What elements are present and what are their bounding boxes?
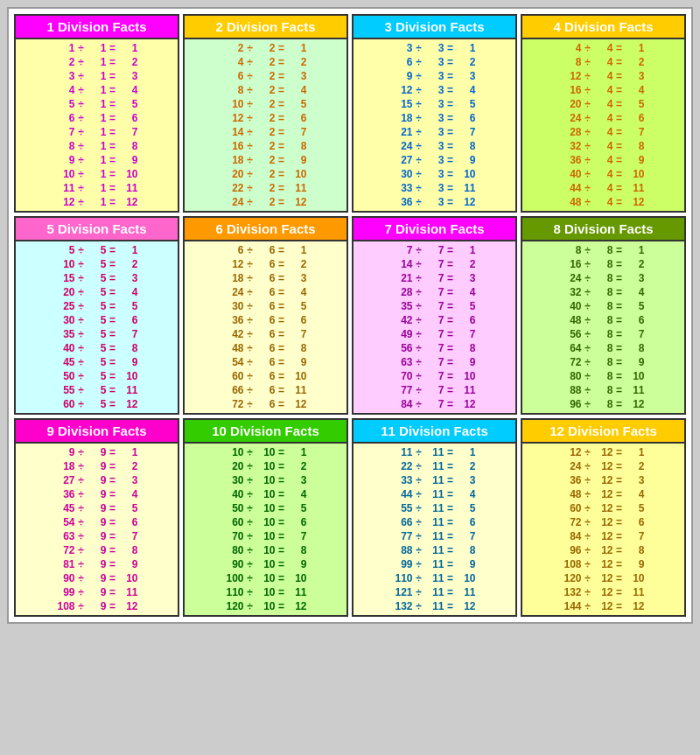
division-sign: ÷ xyxy=(413,398,425,410)
equals-sign: = xyxy=(276,516,288,528)
equals-sign: = xyxy=(107,572,119,584)
fact-row: 36 ÷ 6 = 6 xyxy=(188,313,343,327)
dividend: 60 xyxy=(563,502,582,514)
divisor: 11 xyxy=(425,474,444,486)
division-sign: ÷ xyxy=(244,42,256,54)
dividend: 30 xyxy=(56,314,75,326)
divisor: 5 xyxy=(88,286,107,298)
division-sign: ÷ xyxy=(582,300,594,312)
dividend: 81 xyxy=(56,558,75,570)
quotient: 12 xyxy=(626,196,645,208)
dividend: 9 xyxy=(56,154,75,166)
fact-row: 7 ÷ 7 = 1 xyxy=(357,243,512,257)
quotient: 2 xyxy=(288,258,307,270)
division-sign: ÷ xyxy=(244,272,256,284)
equals-sign: = xyxy=(613,84,626,96)
divisor: 2 xyxy=(256,126,276,138)
section-12-table: 12 ÷ 12 = 124 ÷ 12 = 236 ÷ 12 = 348 ÷ 12… xyxy=(522,444,684,615)
divisor: 8 xyxy=(594,398,613,410)
dividend: 12 xyxy=(563,446,582,458)
divisor: 11 xyxy=(425,586,444,598)
equals-sign: = xyxy=(444,398,457,410)
divisor: 10 xyxy=(256,558,276,570)
quotient: 12 xyxy=(457,196,476,208)
quotient: 7 xyxy=(119,530,138,542)
dividend: 3 xyxy=(394,42,413,54)
dividend: 88 xyxy=(563,384,582,396)
fact-row: 9 ÷ 1 = 9 xyxy=(19,153,174,167)
quotient: 10 xyxy=(119,370,138,382)
division-sign: ÷ xyxy=(413,446,425,458)
section-3-table: 3 ÷ 3 = 16 ÷ 3 = 29 ÷ 3 = 312 ÷ 3 = 415 … xyxy=(354,39,515,211)
divisor: 1 xyxy=(88,196,107,208)
division-sign: ÷ xyxy=(244,98,256,110)
division-sign: ÷ xyxy=(244,196,256,208)
dividend: 7 xyxy=(56,126,75,138)
divisor: 3 xyxy=(425,196,444,208)
division-sign: ÷ xyxy=(582,558,594,570)
quotient: 7 xyxy=(288,530,307,542)
dividend: 99 xyxy=(394,558,413,570)
fact-row: 64 ÷ 8 = 8 xyxy=(526,341,681,355)
divisor: 4 xyxy=(594,196,613,208)
quotient: 11 xyxy=(288,586,307,598)
equals-sign: = xyxy=(107,446,119,458)
divisor: 4 xyxy=(594,154,613,166)
quotient: 11 xyxy=(626,384,645,396)
divisor: 9 xyxy=(88,544,107,556)
divisor: 7 xyxy=(425,300,444,312)
quotient: 12 xyxy=(288,600,307,612)
fact-row: 144 ÷ 12 = 12 xyxy=(526,599,681,613)
dividend: 36 xyxy=(225,314,244,326)
quotient: 10 xyxy=(626,572,645,584)
quotient: 12 xyxy=(288,196,307,208)
fact-row: 15 ÷ 5 = 3 xyxy=(19,271,174,285)
equals-sign: = xyxy=(613,572,626,584)
division-sign: ÷ xyxy=(244,544,256,556)
division-sign: ÷ xyxy=(75,182,88,194)
quotient: 4 xyxy=(626,286,645,298)
fact-row: 50 ÷ 5 = 10 xyxy=(19,369,174,383)
division-sign: ÷ xyxy=(413,84,425,96)
equals-sign: = xyxy=(444,558,457,570)
dividend: 8 xyxy=(56,140,75,152)
fact-row: 90 ÷ 10 = 9 xyxy=(188,557,343,571)
division-sign: ÷ xyxy=(413,154,425,166)
dividend: 132 xyxy=(394,600,413,612)
dividend: 144 xyxy=(563,600,582,612)
dividend: 48 xyxy=(563,196,582,208)
divisor: 11 xyxy=(425,572,444,584)
divisor: 6 xyxy=(256,286,276,298)
fact-row: 33 ÷ 3 = 11 xyxy=(357,181,512,195)
equals-sign: = xyxy=(613,544,626,556)
division-sign: ÷ xyxy=(244,530,256,542)
equals-sign: = xyxy=(613,244,626,256)
section-6: 6 Division Facts6 ÷ 6 = 112 ÷ 6 = 218 ÷ … xyxy=(183,216,348,415)
quotient: 3 xyxy=(457,272,476,284)
divisor: 10 xyxy=(256,460,276,472)
equals-sign: = xyxy=(276,558,288,570)
equals-sign: = xyxy=(444,384,457,396)
divisor: 8 xyxy=(594,244,613,256)
fact-row: 63 ÷ 9 = 7 xyxy=(19,529,174,543)
quotient: 4 xyxy=(119,488,138,500)
division-sign: ÷ xyxy=(413,272,425,284)
division-sign: ÷ xyxy=(75,544,88,556)
section-4-table: 4 ÷ 4 = 18 ÷ 4 = 212 ÷ 4 = 316 ÷ 4 = 420… xyxy=(522,39,684,211)
dividend: 72 xyxy=(225,398,244,410)
dividend: 120 xyxy=(563,572,582,584)
division-sign: ÷ xyxy=(244,84,256,96)
division-sign: ÷ xyxy=(244,342,256,354)
fact-row: 44 ÷ 11 = 4 xyxy=(357,487,512,501)
equals-sign: = xyxy=(613,258,626,270)
fact-row: 72 ÷ 12 = 6 xyxy=(526,515,681,529)
divisor: 6 xyxy=(256,258,276,270)
divisor: 12 xyxy=(594,502,613,514)
division-sign: ÷ xyxy=(413,460,425,472)
equals-sign: = xyxy=(107,84,119,96)
quotient: 7 xyxy=(457,328,476,340)
equals-sign: = xyxy=(444,140,457,152)
quotient: 11 xyxy=(288,384,307,396)
equals-sign: = xyxy=(276,502,288,514)
equals-sign: = xyxy=(107,168,119,180)
